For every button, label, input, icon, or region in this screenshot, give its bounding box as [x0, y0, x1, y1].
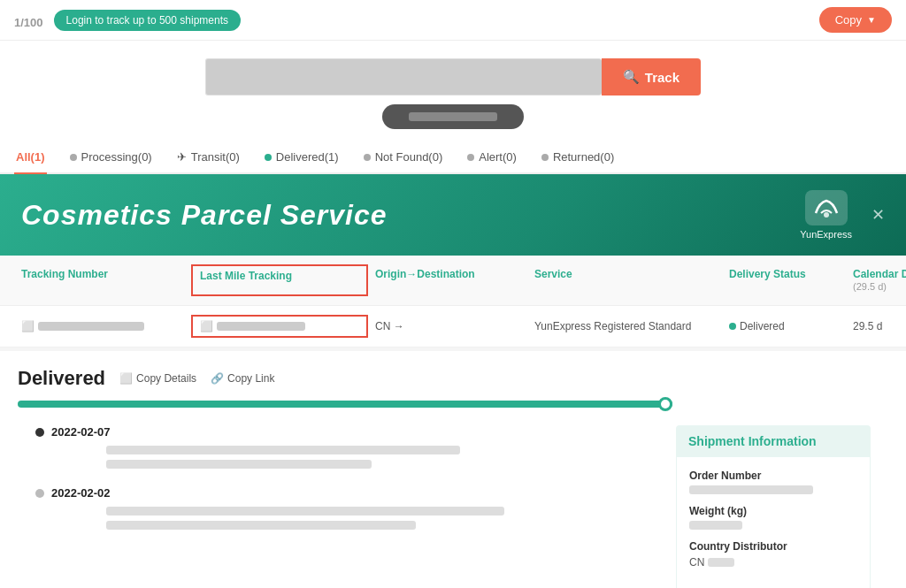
item-time [51, 507, 96, 515]
filter-tab-notfound[interactable]: Not Found(0) [362, 141, 445, 174]
copy-details-button[interactable]: ⬜ Copy Details [119, 372, 196, 385]
tag-blur [409, 112, 497, 121]
copy-arrow-icon: ▼ [867, 15, 876, 25]
filter-tabs: All(1) Processing(0) ✈ Transit(0) Delive… [0, 141, 906, 174]
table-row: ⬜ ⬜ CN → YunExpress Registered Standard … [0, 306, 906, 347]
copy-link-button[interactable]: 🔗 Copy Link [211, 372, 274, 385]
shipment-info-title: Shipment Information [676, 425, 871, 457]
search-icon: 🔍 [623, 69, 640, 85]
tracking-number-value [38, 322, 144, 331]
td-tracking-number: ⬜ [14, 317, 191, 336]
country-text: CN [689, 556, 704, 569]
th-tracking-number: Tracking Number [14, 264, 191, 296]
filter-label-all: All(1) [16, 150, 45, 164]
copy-lastmile-icon[interactable]: ⬜ [200, 320, 213, 332]
copy-link-icon: 🔗 [211, 372, 224, 385]
logo-text: YunExpress [800, 229, 852, 240]
date-text-1: 2022-02-07 [51, 425, 111, 439]
td-last-mile: ⬜ [191, 315, 368, 338]
th-calendar-day: Calendar Day(29.5 d) [846, 264, 906, 296]
banner-close-icon[interactable]: ✕ [871, 205, 885, 225]
timeline-item [51, 507, 658, 515]
item-desc [106, 460, 372, 469]
carrier-logo: YunExpress [800, 190, 852, 240]
logo-icon [805, 190, 848, 225]
timeline-item [51, 460, 658, 469]
item-desc [106, 521, 416, 530]
filter-label-transit: Transit(0) [191, 150, 240, 164]
carrier-banner: Cosmetics Parcel Service YunExpress ✕ [0, 174, 906, 256]
filter-tab-transit[interactable]: ✈ Transit(0) [175, 141, 242, 174]
filter-tab-delivered[interactable]: Delivered(1) [263, 141, 341, 174]
top-bar-left: 1/100 Login to track up to 500 shipments [14, 9, 241, 32]
search-section: 🔍 Track [0, 41, 906, 141]
delivered-icon [265, 154, 272, 161]
filter-label-returned: Returned(0) [553, 150, 614, 164]
order-number-value [689, 485, 813, 494]
timeline: 2022-02-07 2022-02-02 [35, 425, 676, 588]
order-number-label: Order Number [689, 470, 857, 482]
timeline-date-2: 2022-02-02 [35, 486, 658, 500]
copy-details-label: Copy Details [136, 372, 196, 385]
th-last-mile-label: Last Mile Tracking [200, 270, 292, 282]
filter-tab-returned[interactable]: Returned(0) [540, 141, 616, 174]
progress-bar-dot [658, 397, 672, 411]
shipment-info-panel: Shipment Information Order Number Weight… [676, 425, 871, 588]
td-delivery-status: Delivered [722, 317, 846, 336]
timeline-date-1: 2022-02-07 [35, 425, 658, 439]
filter-label-processing: Processing(0) [81, 150, 152, 164]
weight-label: Weight (kg) [689, 505, 857, 517]
login-button[interactable]: Login to track up to 500 shipments [54, 10, 241, 31]
filter-label-notfound: Not Found(0) [375, 150, 443, 164]
item-time [51, 446, 96, 454]
country-blur [708, 558, 734, 567]
transit-icon: ✈ [177, 150, 187, 164]
table-header: Tracking Number Last Mile Tracking Origi… [0, 256, 906, 306]
search-input[interactable] [205, 58, 602, 95]
count-total: /100 [20, 16, 42, 29]
progress-bar [18, 401, 672, 408]
td-calendar-day: 29.5 d [846, 317, 906, 336]
processing-icon [70, 154, 77, 161]
td-origin: CN → [368, 317, 527, 336]
copy-label: Copy [835, 13, 862, 27]
delivered-status-dot [729, 323, 736, 330]
filter-label-delivered: Delivered(1) [276, 150, 339, 164]
item-desc [106, 446, 460, 454]
info-panel: Order Number Weight (kg) Country Distrib… [676, 457, 871, 588]
alert-icon [467, 154, 474, 161]
date-dot-1 [35, 428, 44, 437]
th-origin: Origin→Destination [368, 264, 527, 296]
delivered-header: Delivered ⬜ Copy Details 🔗 Copy Link [18, 367, 888, 390]
shipment-count: 1/100 [14, 9, 43, 32]
svg-point-0 [824, 212, 829, 218]
item-desc [106, 507, 504, 515]
timeline-item [51, 521, 658, 530]
weight-value [689, 521, 742, 530]
filter-tab-alert[interactable]: Alert(0) [465, 141, 518, 174]
timeline-entry-1: 2022-02-07 [35, 425, 658, 469]
copy-tracking-icon[interactable]: ⬜ [21, 320, 35, 332]
timeline-items-2 [51, 507, 658, 530]
search-row: 🔍 Track [205, 58, 701, 95]
track-label: Track [645, 70, 680, 85]
main-content: 2022-02-07 2022-02-02 [18, 425, 888, 588]
th-last-mile: Last Mile Tracking [191, 264, 368, 296]
timeline-items-1 [51, 446, 658, 469]
td-service: YunExpress Registered Standard [527, 317, 722, 336]
delivered-section: Delivered ⬜ Copy Details 🔗 Copy Link 202… [0, 351, 906, 588]
th-delivery-status: Delivery Status [722, 264, 846, 296]
copy-details-icon: ⬜ [119, 372, 133, 385]
banner-title: Cosmetics Parcel Service [21, 199, 388, 232]
status-text: Delivered [740, 320, 785, 332]
item-time [51, 521, 96, 530]
filter-tab-all[interactable]: All(1) [14, 141, 47, 174]
country-label: Country Distributor [689, 540, 857, 553]
date-dot-2 [35, 489, 44, 498]
search-tag [382, 104, 524, 129]
track-button[interactable]: 🔍 Track [602, 58, 701, 95]
filter-tab-processing[interactable]: Processing(0) [68, 141, 154, 174]
copy-button[interactable]: Copy ▼ [819, 7, 892, 33]
delivered-title: Delivered [18, 367, 105, 390]
timeline-entry-2: 2022-02-02 [35, 486, 658, 530]
